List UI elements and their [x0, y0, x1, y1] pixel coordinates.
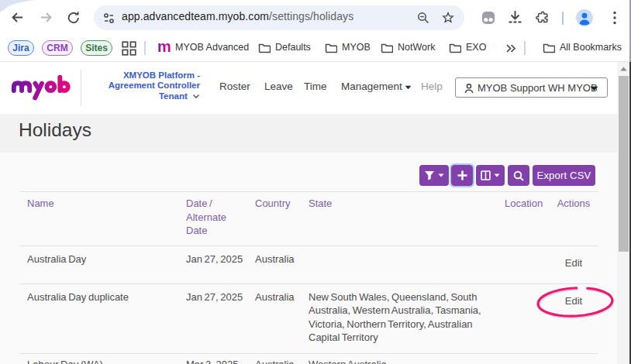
- bookmark-crm[interactable]: CRM: [42, 40, 73, 56]
- site-info-icon: [102, 12, 116, 25]
- downloads[interactable]: [508, 10, 522, 26]
- bookmark-jira[interactable]: Jira: [8, 40, 34, 56]
- nav-management[interactable]: Management: [341, 81, 412, 92]
- nav-roster[interactable]: Roster: [219, 81, 250, 92]
- bookmark-defaults[interactable]: Defaults: [275, 42, 311, 53]
- all-bookmarks[interactable]: All Bookmarks: [560, 42, 622, 53]
- profile-avatar[interactable]: [576, 9, 593, 26]
- omnibox[interactable]: app.advancedteam.myob.com/settings/holid…: [94, 5, 464, 30]
- columns-button[interactable]: [476, 165, 505, 186]
- overflow-chevrons[interactable]: [505, 43, 516, 53]
- folder-icon: [543, 43, 555, 53]
- bookmarks-bar: Jira CRM Sites m MYOB Advanced Defaults …: [0, 36, 629, 62]
- apps-grid[interactable]: [122, 41, 136, 56]
- forward-button[interactable]: [39, 10, 54, 26]
- edit-labour-day[interactable]: Edit: [565, 358, 582, 364]
- browser-window: app.advancedteam.myob.com/settings/holid…: [0, 0, 631, 364]
- folder-icon: [325, 43, 337, 53]
- separator: [524, 41, 526, 55]
- bookmark-myob-advanced[interactable]: MYOB Advanced: [175, 42, 249, 53]
- app-header: XMYOB Platform -Agreement ControllerTena…: [0, 62, 617, 114]
- bookmark-sites[interactable]: Sites: [81, 40, 112, 56]
- bookmark-star[interactable]: [441, 11, 455, 25]
- row-australia-day-duplicate: Australia Day duplicate Jan 27, 2025 Aus…: [19, 283, 598, 354]
- tab-groups: [481, 11, 495, 25]
- content: Export CSV Name Date /AlternateDate Coun…: [0, 153, 617, 364]
- bookmark-myob[interactable]: MYOB: [342, 42, 371, 53]
- folder-icon: [258, 43, 271, 53]
- tenant-selector[interactable]: XMYOB Platform -Agreement ControllerTena…: [91, 70, 200, 101]
- row-labour-day: Labour Day (WA) Mar 3, 2025 Australia We…: [19, 354, 598, 364]
- myob-logo: [11, 74, 73, 101]
- back-button[interactable]: [9, 10, 25, 26]
- export-csv-button[interactable]: Export CSV: [533, 165, 595, 186]
- row-australia-day: Australia Day Jan 27, 2025 Australia Edi…: [19, 246, 598, 284]
- folder-icon: [381, 43, 393, 53]
- scrollbar: [617, 62, 629, 364]
- separator: [562, 12, 564, 25]
- add-button[interactable]: [451, 165, 473, 186]
- table-header: Name Date /AlternateDate Country State L…: [19, 191, 598, 246]
- edit-australia-day[interactable]: Edit: [565, 252, 582, 274]
- bookmark-notwork[interactable]: NotWork: [398, 42, 435, 53]
- user-selector[interactable]: MYOB Support WH MYOB: [455, 77, 608, 98]
- myob-favicon: m: [157, 38, 171, 56]
- nav-time[interactable]: Time: [304, 81, 327, 92]
- filter-button[interactable]: [419, 165, 449, 186]
- page-title-band: Holidays: [0, 114, 617, 153]
- page-title: Holidays: [19, 119, 91, 141]
- reload-button[interactable]: [66, 10, 81, 26]
- search-button[interactable]: [508, 165, 529, 186]
- folder-icon: [449, 43, 461, 53]
- bookmark-exo[interactable]: EXO: [466, 42, 486, 53]
- nav-leave[interactable]: Leave: [264, 81, 293, 92]
- extensions[interactable]: [535, 10, 550, 26]
- browser-toolbar: app.advancedteam.myob.com/settings/holid…: [0, 0, 629, 36]
- scrollbar-thumb: [619, 76, 629, 252]
- zoom-icon: [416, 11, 430, 25]
- menu-kebab[interactable]: [608, 10, 622, 26]
- toolbar-buttons: Export CSV: [0, 165, 595, 186]
- url: app.advancedteam.myob.com/settings/holid…: [122, 10, 353, 22]
- holidays-table: Name Date /AlternateDate Country State L…: [19, 191, 598, 364]
- nav-help[interactable]: Help: [421, 81, 443, 92]
- separator: [144, 41, 146, 55]
- edit-australia-day-duplicate[interactable]: Edit: [565, 290, 582, 312]
